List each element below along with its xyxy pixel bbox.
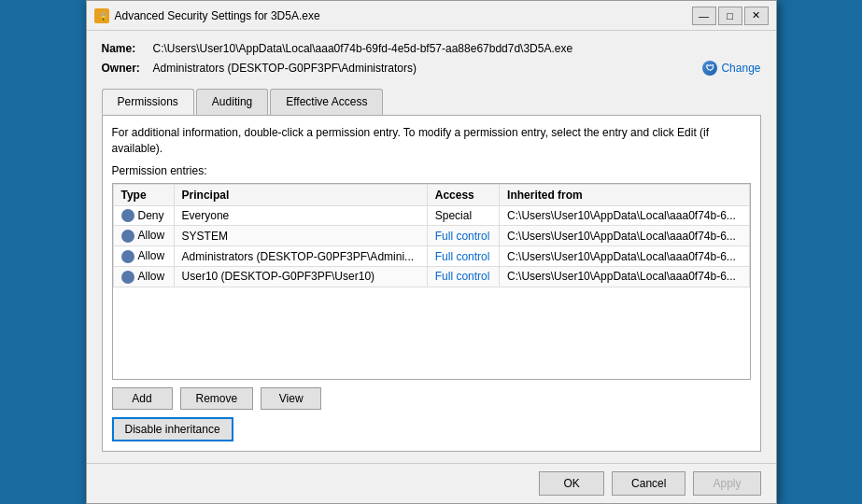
shield-icon: 🛡 [702, 61, 717, 76]
close-button[interactable]: ✕ [744, 7, 769, 25]
col-principal: Principal [174, 184, 427, 205]
tab-permissions[interactable]: Permissions [102, 89, 194, 115]
permissions-table-container: Type Principal Access Inherited from Den… [112, 183, 751, 380]
cell-principal: Administrators (DESKTOP-G0PF3PF\Admini..… [174, 246, 427, 267]
tab-auditing[interactable]: Auditing [196, 89, 268, 115]
view-button[interactable]: View [261, 387, 321, 410]
cell-type: Allow [113, 246, 174, 267]
table-row[interactable]: DenyEveryoneSpecialC:\Users\User10\AppDa… [113, 205, 749, 226]
cell-inherited: C:\Users\User10\AppData\Local\aaa0f74b-6… [500, 246, 749, 267]
title-bar: 🔒 Advanced Security Settings for 3D5A.ex… [87, 1, 776, 31]
add-button[interactable]: Add [112, 387, 173, 410]
cancel-button[interactable]: Cancel [612, 471, 685, 496]
dialog-title: Advanced Security Settings for 3D5A.exe [115, 9, 320, 22]
cell-type: Allow [113, 226, 174, 246]
cell-inherited: C:\Users\User10\AppData\Local\aaa0f74b-6… [500, 267, 749, 287]
dialog-footer: OK Cancel Apply [87, 463, 776, 503]
user-icon [121, 250, 134, 263]
disable-inheritance-row: Disable inheritance [112, 417, 751, 441]
tabs-container: Permissions Auditing Effective Access [102, 89, 761, 115]
name-value: C:\Users\User10\AppData\Local\aaa0f74b-6… [153, 42, 761, 55]
section-label: Permission entries: [112, 164, 751, 177]
table-row[interactable]: AllowSYSTEMFull controlC:\Users\User10\A… [113, 226, 749, 246]
cell-access[interactable]: Full control [427, 246, 499, 267]
apply-button[interactable]: Apply [693, 471, 760, 496]
maximize-button[interactable]: □ [718, 7, 742, 25]
cell-principal: SYSTEM [174, 226, 427, 246]
disable-inheritance-button[interactable]: Disable inheritance [112, 417, 233, 441]
user-icon [121, 230, 134, 243]
cell-inherited: C:\Users\User10\AppData\Local\aaa0f74b-6… [500, 205, 749, 226]
title-bar-left: 🔒 Advanced Security Settings for 3D5A.ex… [94, 8, 320, 23]
permissions-tbody: DenyEveryoneSpecialC:\Users\User10\AppDa… [113, 205, 749, 287]
dialog-content: Name: C:\Users\User10\AppData\Local\aaa0… [87, 31, 776, 463]
name-row: Name: C:\Users\User10\AppData\Local\aaa0… [102, 42, 761, 55]
cell-access[interactable]: Full control [427, 226, 499, 246]
permissions-table: Type Principal Access Inherited from Den… [113, 184, 750, 287]
minimize-button[interactable]: — [692, 7, 716, 25]
cell-type: Allow [113, 267, 174, 287]
cell-inherited: C:\Users\User10\AppData\Local\aaa0f74b-6… [500, 226, 749, 246]
table-row[interactable]: AllowAdministrators (DESKTOP-G0PF3PF\Adm… [113, 246, 749, 267]
col-inherited: Inherited from [500, 184, 749, 205]
user-icon [121, 209, 134, 222]
table-action-buttons: Add Remove View [112, 387, 751, 410]
info-text: For additional information, double-click… [112, 125, 751, 157]
table-row[interactable]: AllowUser10 (DESKTOP-G0PF3PF\User10)Full… [113, 267, 749, 287]
owner-label: Owner: [102, 62, 153, 75]
remove-button[interactable]: Remove [180, 387, 254, 410]
dialog-icon: 🔒 [94, 8, 109, 23]
table-header: Type Principal Access Inherited from [113, 184, 749, 205]
cell-access: Special [427, 205, 499, 226]
title-buttons: — □ ✕ [692, 7, 769, 25]
ok-button[interactable]: OK [539, 471, 604, 496]
cell-type: Deny [113, 205, 174, 226]
user-icon [121, 271, 134, 284]
col-type: Type [113, 184, 174, 205]
svg-text:🔒: 🔒 [98, 11, 107, 21]
owner-value: Administrators (DESKTOP-G0PF3PF\Administ… [153, 62, 696, 75]
cell-access[interactable]: Full control [427, 267, 499, 287]
tab-effective-access[interactable]: Effective Access [270, 89, 383, 115]
cell-principal: User10 (DESKTOP-G0PF3PF\User10) [174, 267, 427, 287]
col-access: Access [427, 184, 499, 205]
change-owner-link[interactable]: 🛡 Change [702, 61, 760, 76]
owner-row: Owner: Administrators (DESKTOP-G0PF3PF\A… [102, 61, 761, 76]
advanced-security-dialog: 🔒 Advanced Security Settings for 3D5A.ex… [86, 0, 777, 504]
change-link-label: Change [721, 62, 760, 75]
cell-principal: Everyone [174, 205, 427, 226]
name-label: Name: [102, 42, 153, 55]
tab-panel-permissions: For additional information, double-click… [102, 115, 761, 452]
